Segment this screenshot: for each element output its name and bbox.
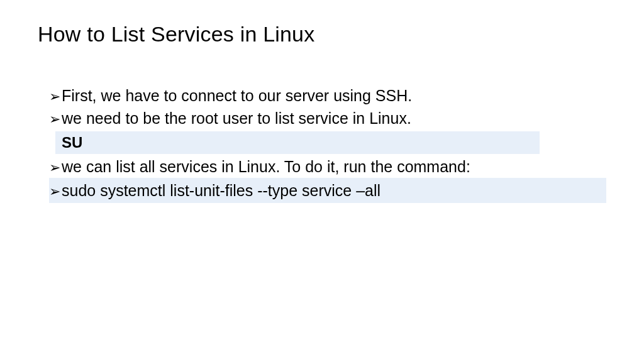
bullet-text: sudo systemctl list-unit-files --type se… bbox=[62, 179, 380, 202]
bullet-arrow-icon: ➢ bbox=[49, 182, 60, 202]
bullet-text: First, we have to connect to our server … bbox=[62, 84, 412, 107]
bullet-item-highlighted: ➢ sudo systemctl list-unit-files --type … bbox=[49, 178, 606, 203]
bullet-item: ➢ we can list all services in Linux. To … bbox=[49, 155, 606, 178]
slide-content: ➢ First, we have to connect to our serve… bbox=[49, 84, 606, 203]
bullet-text: we can list all services in Linux. To do… bbox=[62, 155, 470, 178]
bullet-arrow-icon: ➢ bbox=[49, 87, 60, 107]
code-block: SU bbox=[55, 131, 540, 154]
bullet-item: ➢ we need to be the root user to list se… bbox=[49, 107, 606, 129]
bullet-text: we need to be the root user to list serv… bbox=[62, 107, 411, 129]
bullet-arrow-icon: ➢ bbox=[49, 158, 60, 178]
bullet-arrow-icon: ➢ bbox=[49, 109, 60, 129]
bullet-item: ➢ First, we have to connect to our serve… bbox=[49, 84, 606, 107]
slide-title: How to List Services in Linux bbox=[38, 22, 606, 47]
